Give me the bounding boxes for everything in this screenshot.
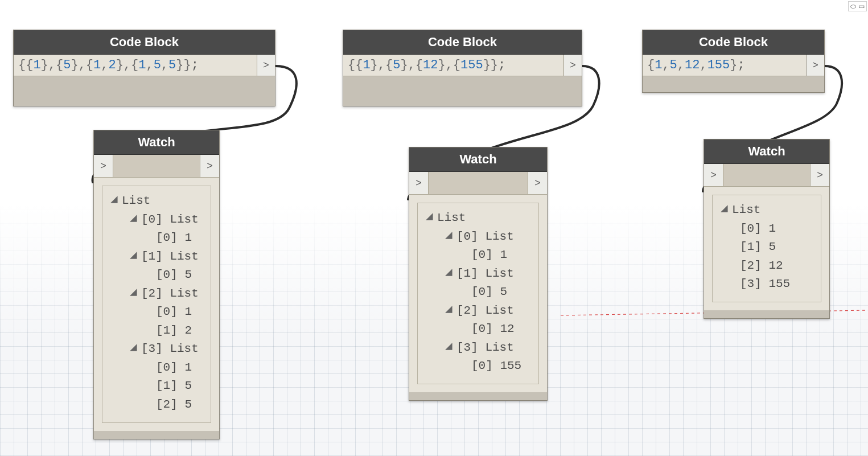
- tree-leaf: [0] 5: [423, 283, 533, 302]
- code-token-br: {: [385, 58, 393, 72]
- code-text[interactable]: {{1},{5},{12},{155}};: [343, 55, 563, 76]
- node-footer: [14, 76, 275, 106]
- node-header[interactable]: Code Block: [343, 30, 582, 55]
- watch-node-1[interactable]: Watch > > ◢List◢[0] List[0] 1◢[1] List[0…: [93, 130, 220, 439]
- tree-branch[interactable]: ◢[1] List: [108, 248, 205, 266]
- node-header[interactable]: Watch: [704, 139, 829, 164]
- workspace-canvas[interactable]: ⬭ ▭ Code Block {{1},{5},{1,2},{1,5,5}}; …: [0, 0, 868, 456]
- code-text[interactable]: {{1},{5},{1,2},{1,5,5}};: [14, 55, 257, 76]
- node-header[interactable]: Watch: [409, 147, 547, 172]
- expand-icon[interactable]: ◢: [445, 227, 454, 245]
- code-token-num: 5: [168, 58, 176, 72]
- code-token-br: }: [116, 58, 124, 72]
- watch-tree[interactable]: ◢List◢[0] List[0] 1◢[1] List[0] 5◢[2] Li…: [417, 203, 539, 384]
- code-token-pun: ,: [677, 58, 685, 72]
- port-spacer: [113, 155, 200, 177]
- port-spacer: [429, 172, 528, 194]
- code-token-pun: ,: [408, 58, 416, 72]
- code-token-num: 1: [363, 58, 370, 72]
- node-footer: [409, 392, 547, 400]
- tree-leaf: [0] 5: [108, 266, 205, 285]
- code-token-br: }: [400, 58, 408, 72]
- tree-branch[interactable]: ◢[0] List: [108, 211, 205, 229]
- code-token-br: {{: [18, 58, 33, 72]
- expand-icon[interactable]: ◢: [445, 264, 454, 282]
- code-token-num: 12: [685, 58, 700, 72]
- port-spacer: [723, 164, 810, 186]
- node-header[interactable]: Code Block: [643, 30, 824, 55]
- code-token-br: {: [453, 58, 460, 72]
- toolbox-icon-1[interactable]: ⬭: [850, 2, 856, 10]
- input-port[interactable]: >: [704, 164, 723, 186]
- expand-icon[interactable]: ◢: [445, 338, 454, 356]
- code-token-pun: ,: [378, 58, 385, 72]
- code-token-br: {: [86, 58, 93, 72]
- expand-icon[interactable]: ◢: [445, 301, 454, 319]
- code-token-br: }: [438, 58, 445, 72]
- watch-body: ◢List◢[0] List[0] 1◢[1] List[0] 5◢[2] Li…: [409, 195, 547, 392]
- watch-node-2[interactable]: Watch > > ◢List◢[0] List[0] 1◢[1] List[0…: [409, 147, 548, 401]
- watch-ports: > >: [409, 172, 547, 195]
- node-footer: [704, 310, 829, 318]
- expand-icon[interactable]: ◢: [721, 200, 730, 219]
- code-block-node-3[interactable]: Code Block {1,5,12,155}; >: [642, 30, 825, 93]
- code-token-num: 1: [138, 58, 146, 72]
- output-port[interactable]: >: [200, 155, 219, 177]
- output-port[interactable]: >: [257, 55, 275, 76]
- node-header[interactable]: Watch: [94, 130, 219, 155]
- expand-icon[interactable]: ◢: [130, 247, 139, 265]
- code-token-num: 2: [108, 58, 116, 72]
- code-token-pun: ,: [700, 58, 707, 72]
- tree-leaf: [1] 5: [718, 238, 815, 257]
- code-token-br: }}: [483, 58, 498, 72]
- tree-leaf: [2] 5: [108, 396, 205, 414]
- code-row: {1,5,12,155}; >: [643, 55, 824, 76]
- code-token-num: 1: [655, 58, 662, 72]
- output-port[interactable]: >: [806, 55, 824, 76]
- toolbox-icon-2[interactable]: ▭: [858, 2, 865, 10]
- code-token-pun: ,: [124, 58, 131, 72]
- node-footer: [643, 76, 824, 92]
- tree-branch[interactable]: ◢List: [718, 201, 815, 220]
- code-token-num: 1: [93, 58, 101, 72]
- tree-branch[interactable]: ◢List: [108, 192, 205, 211]
- expand-icon[interactable]: ◢: [130, 339, 139, 358]
- tree-branch[interactable]: ◢[0] List: [423, 228, 533, 247]
- tree-branch[interactable]: ◢[2] List: [108, 285, 205, 303]
- code-text[interactable]: {1,5,12,155};: [643, 55, 806, 76]
- code-token-br: {: [131, 58, 138, 72]
- tree-branch[interactable]: ◢[1] List: [423, 265, 533, 284]
- code-block-node-2[interactable]: Code Block {{1},{5},{12},{155}}; >: [343, 30, 582, 106]
- code-token-br: }: [371, 58, 378, 72]
- code-row: {{1},{5},{1,2},{1,5,5}}; >: [14, 55, 275, 76]
- watch-node-3[interactable]: Watch > > ◢List[0] 1[1] 5[2] 12[3] 155: [704, 139, 830, 319]
- tree-leaf: [2] 12: [718, 257, 815, 276]
- code-token-br: {{: [348, 58, 363, 72]
- tree-leaf: [0] 1: [718, 220, 815, 239]
- watch-tree[interactable]: ◢List◢[0] List[0] 1◢[1] List[0] 5◢[2] Li…: [102, 186, 211, 423]
- expand-icon[interactable]: ◢: [130, 284, 139, 302]
- code-token-pun: ,: [146, 58, 153, 72]
- tree-branch[interactable]: ◢[3] List: [108, 340, 205, 359]
- watch-tree[interactable]: ◢List[0] 1[1] 5[2] 12[3] 155: [712, 195, 821, 302]
- code-block-node-1[interactable]: Code Block {{1},{5},{1,2},{1,5,5}}; >: [13, 30, 275, 106]
- output-port[interactable]: >: [563, 55, 582, 76]
- tree-branch[interactable]: ◢List: [423, 209, 533, 228]
- output-port[interactable]: >: [528, 172, 547, 194]
- output-port[interactable]: >: [810, 164, 829, 186]
- expand-icon[interactable]: ◢: [426, 208, 435, 227]
- tree-leaf: [0] 1: [108, 359, 205, 377]
- code-token-sc: ;: [737, 58, 744, 72]
- tree-leaf: [0] 155: [423, 357, 533, 376]
- tree-leaf: [0] 1: [108, 303, 205, 322]
- expand-icon[interactable]: ◢: [110, 191, 120, 209]
- tree-leaf: [0] 12: [423, 320, 533, 339]
- code-token-num: 5: [154, 58, 161, 72]
- input-port[interactable]: >: [94, 155, 113, 177]
- tree-leaf: [0] 1: [108, 229, 205, 248]
- tree-branch[interactable]: ◢[3] List: [423, 339, 533, 358]
- input-port[interactable]: >: [409, 172, 429, 194]
- expand-icon[interactable]: ◢: [130, 209, 139, 228]
- tree-branch[interactable]: ◢[2] List: [423, 302, 533, 321]
- node-header[interactable]: Code Block: [14, 30, 275, 55]
